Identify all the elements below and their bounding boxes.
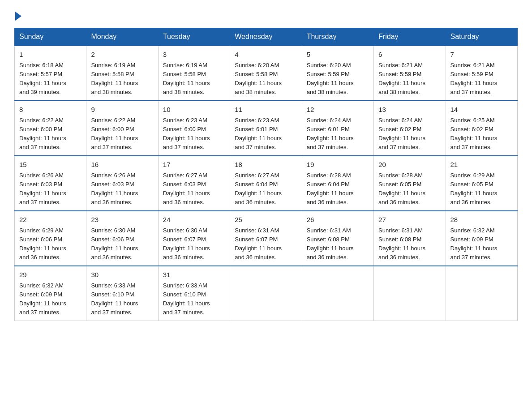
day-number: 28 xyxy=(450,215,513,225)
weekday-header-tuesday: Tuesday xyxy=(158,28,230,46)
calendar-cell: 30 Sunrise: 6:33 AMSunset: 6:10 PMDaylig… xyxy=(86,266,158,321)
day-number: 18 xyxy=(235,160,297,170)
day-number: 21 xyxy=(450,160,513,170)
calendar-cell: 1 Sunrise: 6:18 AMSunset: 5:57 PMDayligh… xyxy=(15,46,86,101)
calendar-cell: 24 Sunrise: 6:30 AMSunset: 6:07 PMDaylig… xyxy=(158,211,230,266)
day-info: Sunrise: 6:26 AMSunset: 6:03 PMDaylight:… xyxy=(19,172,66,206)
calendar-cell: 23 Sunrise: 6:30 AMSunset: 6:06 PMDaylig… xyxy=(86,211,158,266)
calendar-cell: 12 Sunrise: 6:24 AMSunset: 6:01 PMDaylig… xyxy=(302,101,373,156)
day-info: Sunrise: 6:18 AMSunset: 5:57 PMDaylight:… xyxy=(19,62,66,95)
day-info: Sunrise: 6:31 AMSunset: 6:08 PMDaylight:… xyxy=(307,227,354,261)
calendar-cell: 5 Sunrise: 6:20 AMSunset: 5:59 PMDayligh… xyxy=(302,46,373,101)
day-info: Sunrise: 6:30 AMSunset: 6:06 PMDaylight:… xyxy=(91,227,138,261)
day-number: 5 xyxy=(307,50,369,60)
day-number: 20 xyxy=(378,160,441,170)
weekday-header-friday: Friday xyxy=(374,28,446,46)
calendar-cell: 13 Sunrise: 6:24 AMSunset: 6:02 PMDaylig… xyxy=(374,101,446,156)
day-info: Sunrise: 6:26 AMSunset: 6:03 PMDaylight:… xyxy=(91,172,138,206)
day-number: 24 xyxy=(163,215,225,225)
calendar-cell: 10 Sunrise: 6:23 AMSunset: 6:00 PMDaylig… xyxy=(158,101,230,156)
calendar-cell: 8 Sunrise: 6:22 AMSunset: 6:00 PMDayligh… xyxy=(15,101,86,156)
calendar-cell: 27 Sunrise: 6:31 AMSunset: 6:08 PMDaylig… xyxy=(374,211,446,266)
calendar-cell: 6 Sunrise: 6:21 AMSunset: 5:59 PMDayligh… xyxy=(374,46,446,101)
day-info: Sunrise: 6:30 AMSunset: 6:07 PMDaylight:… xyxy=(163,227,210,261)
calendar-cell: 29 Sunrise: 6:32 AMSunset: 6:09 PMDaylig… xyxy=(15,266,86,321)
day-number: 6 xyxy=(378,50,441,60)
calendar-cell: 16 Sunrise: 6:26 AMSunset: 6:03 PMDaylig… xyxy=(86,156,158,211)
day-info: Sunrise: 6:24 AMSunset: 6:02 PMDaylight:… xyxy=(378,117,425,150)
page-header xyxy=(14,11,518,19)
calendar-cell: 31 Sunrise: 6:33 AMSunset: 6:10 PMDaylig… xyxy=(158,266,230,321)
calendar-cell: 3 Sunrise: 6:19 AMSunset: 5:58 PMDayligh… xyxy=(158,46,230,101)
day-number: 25 xyxy=(235,215,297,225)
day-number: 27 xyxy=(378,215,441,225)
day-info: Sunrise: 6:20 AMSunset: 5:59 PMDaylight:… xyxy=(307,62,354,95)
day-info: Sunrise: 6:32 AMSunset: 6:09 PMDaylight:… xyxy=(450,227,498,261)
calendar-cell: 9 Sunrise: 6:22 AMSunset: 6:00 PMDayligh… xyxy=(86,101,158,156)
day-info: Sunrise: 6:27 AMSunset: 6:04 PMDaylight:… xyxy=(235,172,282,206)
day-number: 29 xyxy=(19,270,82,280)
day-number: 2 xyxy=(91,50,153,60)
calendar-cell xyxy=(374,266,446,321)
calendar-table: SundayMondayTuesdayWednesdayThursdayFrid… xyxy=(14,28,518,321)
logo-arrow-icon xyxy=(15,12,21,21)
day-info: Sunrise: 6:28 AMSunset: 6:05 PMDaylight:… xyxy=(378,172,425,206)
day-number: 3 xyxy=(163,50,225,60)
weekday-header-wednesday: Wednesday xyxy=(230,28,302,46)
day-info: Sunrise: 6:23 AMSunset: 6:00 PMDaylight:… xyxy=(163,117,210,150)
day-number: 30 xyxy=(91,270,153,280)
calendar-cell: 2 Sunrise: 6:19 AMSunset: 5:58 PMDayligh… xyxy=(86,46,158,101)
day-info: Sunrise: 6:19 AMSunset: 5:58 PMDaylight:… xyxy=(91,62,138,95)
weekday-header-row: SundayMondayTuesdayWednesdayThursdayFrid… xyxy=(15,28,518,46)
calendar-week-row: 1 Sunrise: 6:18 AMSunset: 5:57 PMDayligh… xyxy=(15,46,518,101)
day-number: 9 xyxy=(91,105,153,115)
calendar-cell: 21 Sunrise: 6:29 AMSunset: 6:05 PMDaylig… xyxy=(446,156,517,211)
day-number: 26 xyxy=(307,215,369,225)
weekday-header-saturday: Saturday xyxy=(446,28,517,46)
day-info: Sunrise: 6:31 AMSunset: 6:07 PMDaylight:… xyxy=(235,227,282,261)
day-number: 1 xyxy=(19,50,82,60)
calendar-cell: 4 Sunrise: 6:20 AMSunset: 5:58 PMDayligh… xyxy=(230,46,302,101)
calendar-cell: 20 Sunrise: 6:28 AMSunset: 6:05 PMDaylig… xyxy=(374,156,446,211)
day-info: Sunrise: 6:33 AMSunset: 6:10 PMDaylight:… xyxy=(91,282,138,316)
calendar-cell xyxy=(230,266,302,321)
day-number: 23 xyxy=(91,215,153,225)
calendar-cell: 18 Sunrise: 6:27 AMSunset: 6:04 PMDaylig… xyxy=(230,156,302,211)
day-info: Sunrise: 6:27 AMSunset: 6:03 PMDaylight:… xyxy=(163,172,210,206)
day-info: Sunrise: 6:23 AMSunset: 6:01 PMDaylight:… xyxy=(235,117,282,150)
day-number: 13 xyxy=(378,105,441,115)
day-info: Sunrise: 6:22 AMSunset: 6:00 PMDaylight:… xyxy=(91,117,138,150)
day-number: 14 xyxy=(450,105,513,115)
calendar-cell: 25 Sunrise: 6:31 AMSunset: 6:07 PMDaylig… xyxy=(230,211,302,266)
day-info: Sunrise: 6:22 AMSunset: 6:00 PMDaylight:… xyxy=(19,117,66,150)
day-number: 12 xyxy=(307,105,369,115)
calendar-cell: 28 Sunrise: 6:32 AMSunset: 6:09 PMDaylig… xyxy=(446,211,517,266)
calendar-cell: 15 Sunrise: 6:26 AMSunset: 6:03 PMDaylig… xyxy=(15,156,86,211)
day-number: 10 xyxy=(163,105,225,115)
calendar-cell: 19 Sunrise: 6:28 AMSunset: 6:04 PMDaylig… xyxy=(302,156,373,211)
calendar-cell: 17 Sunrise: 6:27 AMSunset: 6:03 PMDaylig… xyxy=(158,156,230,211)
calendar-cell xyxy=(302,266,373,321)
calendar-week-row: 8 Sunrise: 6:22 AMSunset: 6:00 PMDayligh… xyxy=(15,101,518,156)
calendar-week-row: 29 Sunrise: 6:32 AMSunset: 6:09 PMDaylig… xyxy=(15,266,518,321)
day-info: Sunrise: 6:28 AMSunset: 6:04 PMDaylight:… xyxy=(307,172,354,206)
day-number: 22 xyxy=(19,215,82,225)
day-info: Sunrise: 6:31 AMSunset: 6:08 PMDaylight:… xyxy=(378,227,425,261)
calendar-cell: 14 Sunrise: 6:25 AMSunset: 6:02 PMDaylig… xyxy=(446,101,517,156)
day-info: Sunrise: 6:32 AMSunset: 6:09 PMDaylight:… xyxy=(19,282,66,316)
day-number: 7 xyxy=(450,50,513,60)
calendar-week-row: 22 Sunrise: 6:29 AMSunset: 6:06 PMDaylig… xyxy=(15,211,518,266)
day-number: 8 xyxy=(19,105,82,115)
day-number: 19 xyxy=(307,160,369,170)
day-info: Sunrise: 6:19 AMSunset: 5:58 PMDaylight:… xyxy=(163,62,210,95)
day-info: Sunrise: 6:33 AMSunset: 6:10 PMDaylight:… xyxy=(163,282,210,316)
day-number: 31 xyxy=(163,270,225,280)
calendar-body: 1 Sunrise: 6:18 AMSunset: 5:57 PMDayligh… xyxy=(15,46,518,321)
day-info: Sunrise: 6:21 AMSunset: 5:59 PMDaylight:… xyxy=(378,62,425,95)
day-number: 15 xyxy=(19,160,82,170)
day-number: 17 xyxy=(163,160,225,170)
calendar-cell: 7 Sunrise: 6:21 AMSunset: 5:59 PMDayligh… xyxy=(446,46,517,101)
calendar-cell: 22 Sunrise: 6:29 AMSunset: 6:06 PMDaylig… xyxy=(15,211,86,266)
weekday-header-monday: Monday xyxy=(86,28,158,46)
calendar-week-row: 15 Sunrise: 6:26 AMSunset: 6:03 PMDaylig… xyxy=(15,156,518,211)
